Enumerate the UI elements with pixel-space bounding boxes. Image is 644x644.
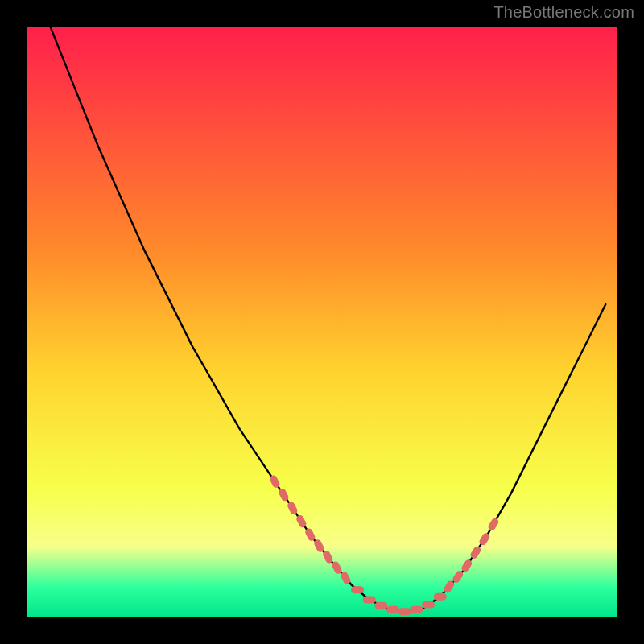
plot-background [27, 27, 617, 617]
fit-dot [398, 608, 411, 615]
fit-dot [363, 597, 376, 604]
fit-dot [434, 593, 447, 601]
fit-dot [410, 606, 423, 613]
watermark-text: TheBottleneck.com [493, 3, 634, 22]
fit-dot [386, 606, 399, 613]
bottleneck-chart [0, 0, 644, 644]
outer-frame: TheBottleneck.com [0, 0, 644, 644]
fit-dot [374, 602, 387, 609]
fit-dot [351, 586, 364, 593]
fit-dot [422, 601, 435, 609]
